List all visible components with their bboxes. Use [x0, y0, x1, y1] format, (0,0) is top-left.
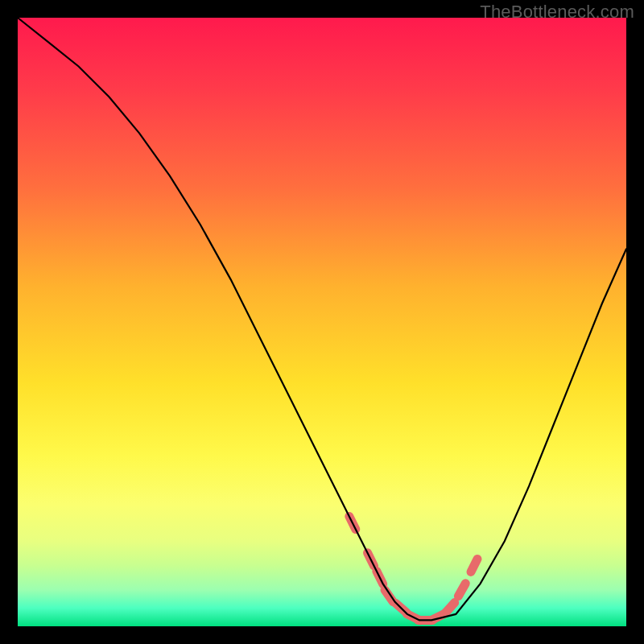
marker-dash: [445, 603, 455, 613]
chart-svg-overlay: [0, 0, 644, 644]
marker-dash: [458, 584, 465, 597]
marker-dash: [471, 559, 477, 572]
marker-layer: [349, 516, 477, 620]
bottleneck-curve: [18, 18, 626, 620]
